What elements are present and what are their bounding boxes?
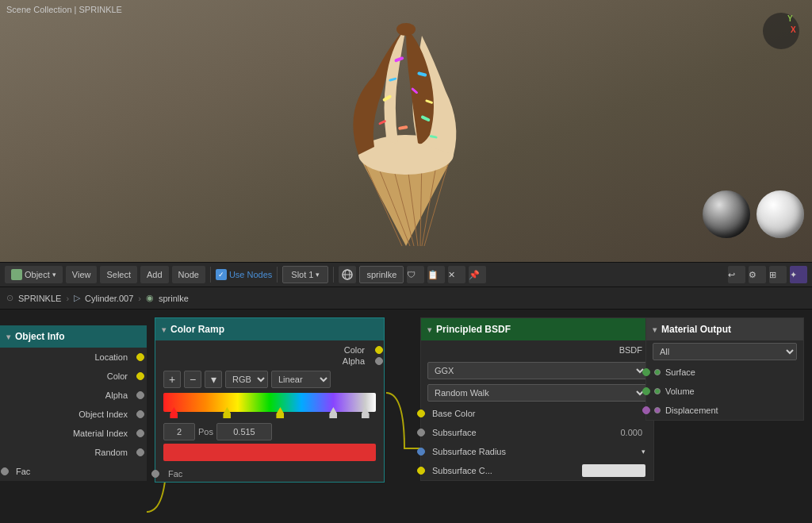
sphere-icon-button[interactable] — [339, 266, 356, 283]
cr-color-output: Color — [344, 345, 376, 355]
object-menu-button[interactable]: Object ▾ — [5, 266, 63, 283]
displacement-input-socket[interactable] — [642, 406, 650, 414]
principled-bsdf-output: BSDF — [421, 340, 653, 360]
color-output-socket[interactable] — [136, 372, 144, 380]
material-output-node: ▾ Material Output All Cycles EEVEE Surfa… — [645, 317, 804, 421]
breadcrumb-scene[interactable]: SPRINKLE — [18, 294, 61, 303]
color-ramp-header[interactable]: ▾ Color Ramp — [155, 318, 384, 340]
color-ramp-controls-row: + − ▾ RGB HSV Linear Ease B-Spline Cardi… — [163, 371, 376, 388]
fac-input-socket[interactable] — [1, 467, 9, 475]
distribution-row: GGX Beckmann Multiscatter GGX — [421, 360, 653, 382]
material-output-header[interactable]: ▾ Material Output — [646, 318, 803, 340]
cr-color-preview[interactable] — [163, 444, 376, 461]
random-output-socket[interactable] — [136, 448, 144, 456]
cr-interpolation-select[interactable]: Linear Ease B-Spline Cardinal Constant — [271, 371, 331, 388]
copy-icon-button[interactable]: 📋 — [427, 266, 445, 283]
material-output-collapse[interactable]: ▾ — [653, 325, 657, 334]
icecream-container — [0, 0, 812, 262]
addon-icon-button[interactable]: ✦ — [790, 266, 807, 283]
object-info-collapse[interactable]: ▾ — [6, 333, 10, 341]
object-info-color-row: Color — [0, 367, 147, 386]
slot-selector[interactable]: Slot 1 ▾ — [282, 266, 328, 283]
object-info-objindex-row: Object Index — [0, 405, 147, 424]
cr-colormode-select[interactable]: RGB HSV — [225, 371, 268, 388]
subsurface-method-select[interactable]: Random Walk Christensen-Burley — [427, 384, 647, 402]
object-info-matindex-row: Material Index — [0, 424, 147, 443]
distribution-select[interactable]: GGX Beckmann Multiscatter GGX — [427, 362, 647, 379]
surface-input-row: Surface — [646, 363, 803, 382]
preview-spheres[interactable] — [703, 190, 804, 238]
add-menu-button[interactable]: Add — [140, 266, 169, 283]
axis-gizmo[interactable]: Y X — [762, 12, 800, 50]
breadcrumb-object-icon: ▷ — [74, 293, 80, 303]
svg-text:X: X — [791, 25, 796, 34]
subsurface-color-socket[interactable] — [417, 467, 425, 475]
cr-add-button[interactable]: + — [163, 371, 181, 388]
material-output-target-row: All Cycles EEVEE — [646, 340, 803, 363]
subsurface-radius-chevron: ▾ — [642, 448, 645, 456]
objindex-output-socket[interactable] — [136, 410, 144, 418]
pin-icon-button[interactable]: 📌 — [469, 266, 486, 283]
subsurface-method-row: Random Walk Christensen-Burley — [421, 382, 653, 404]
surface-input-socket[interactable] — [642, 368, 650, 376]
tools-icon-button[interactable]: ⚙ — [749, 266, 766, 283]
cr-fac-socket[interactable] — [151, 470, 159, 478]
select-menu-button[interactable]: Select — [100, 266, 137, 283]
viewport[interactable]: Scene Collection | SPRINKLE — [0, 0, 812, 262]
node-menu-button[interactable]: Node — [172, 266, 205, 283]
breadcrumb-material[interactable]: sprinlke — [159, 294, 189, 303]
material-name-field[interactable]: sprinlke — [359, 266, 404, 283]
surface-socket-indicator — [654, 369, 661, 375]
color-ramp-collapse[interactable]: ▾ — [162, 325, 166, 334]
subsurface-row: Subsurface 0.000 — [421, 423, 653, 442]
node-area[interactable]: ▾ Object Info Location Color Alpha Objec… — [0, 310, 812, 523]
volume-socket-indicator — [654, 388, 661, 394]
base-color-row: Base Color — [421, 404, 653, 423]
layout-icon-button[interactable]: ⊞ — [769, 266, 787, 283]
object-info-random-row: Random — [0, 443, 147, 462]
volume-input-socket[interactable] — [642, 387, 650, 395]
cr-index-input[interactable]: 2 — [163, 423, 195, 440]
breadcrumb-object[interactable]: Cylinder.007 — [85, 294, 133, 303]
principled-collapse[interactable]: ▾ — [427, 325, 431, 334]
subsurface-radius-socket[interactable] — [417, 448, 425, 456]
object-info-location-row: Location — [0, 348, 147, 367]
color-ramp-index-row: 2 Pos 0.515 — [163, 423, 376, 440]
volume-input-row: Volume — [646, 382, 803, 401]
cr-alpha-socket[interactable] — [375, 357, 383, 365]
object-info-header[interactable]: ▾ Object Info — [0, 325, 147, 348]
diffuse-sphere[interactable] — [756, 190, 804, 238]
chevron-down-icon: ▾ — [52, 271, 56, 279]
displacement-input-row: Displacement — [646, 401, 803, 420]
undo-icon-button[interactable]: ↩ — [728, 266, 745, 283]
object-info-alpha-row: Alpha — [0, 386, 147, 405]
location-output-socket[interactable] — [136, 353, 144, 361]
toolbar-separator-3 — [333, 267, 334, 283]
color-ramp-controls: Color Alpha + − ▾ RGB HSV Linear — [155, 340, 384, 466]
hdri-sphere[interactable] — [703, 190, 750, 238]
shield-icon-button[interactable]: 🛡 — [407, 266, 424, 283]
svg-rect-14 — [398, 125, 408, 130]
alpha-output-socket[interactable] — [136, 391, 144, 399]
cr-alpha-output: Alpha — [343, 356, 376, 366]
base-color-input-socket[interactable] — [417, 410, 425, 417]
cr-interpolation-button[interactable]: ▾ — [205, 371, 222, 388]
object-info-fac-row: Fac — [0, 462, 147, 481]
matindex-output-socket[interactable] — [136, 429, 144, 437]
cr-remove-button[interactable]: − — [184, 371, 201, 388]
principled-header[interactable]: ▾ Principled BSDF — [421, 318, 653, 340]
use-nodes-toggle[interactable]: ✓ Use Nodes — [216, 269, 272, 280]
svg-point-9 — [396, 23, 416, 36]
view-menu-button[interactable]: View — [66, 266, 98, 283]
material-output-target-select[interactable]: All Cycles EEVEE — [653, 343, 797, 360]
cr-pos-input[interactable]: 0.515 — [216, 423, 272, 440]
breadcrumb-sep-2: › — [138, 294, 141, 303]
color-ramp-bar[interactable] — [163, 393, 376, 412]
x-icon-button[interactable]: ✕ — [448, 266, 465, 283]
subsurface-radius-row: Subsurface Radius ▾ — [421, 442, 653, 461]
subsurface-color-preview[interactable] — [582, 464, 645, 477]
sphere-icon — [342, 269, 353, 280]
subsurface-input-socket[interactable] — [417, 429, 425, 436]
cr-color-socket[interactable] — [375, 346, 383, 354]
svg-text:Y: Y — [787, 14, 793, 23]
